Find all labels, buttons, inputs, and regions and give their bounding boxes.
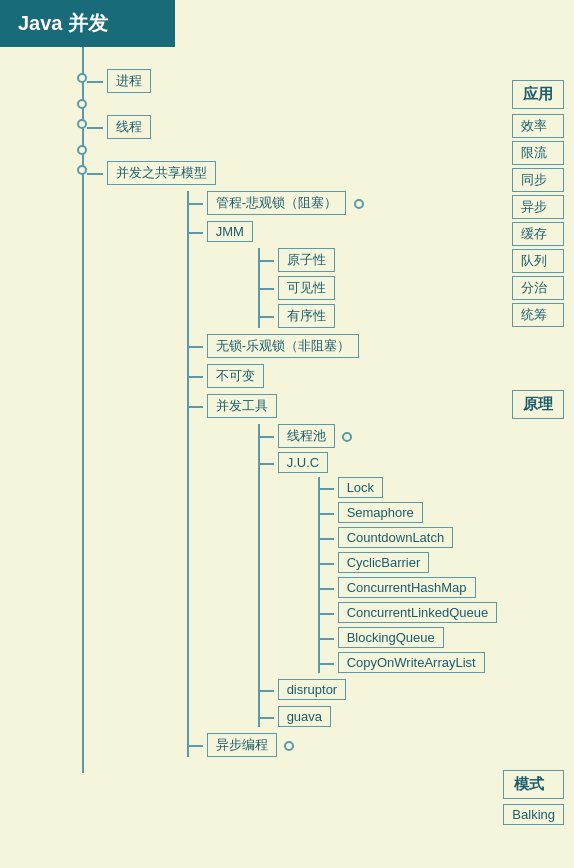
tree-row-xianchengchi: 线程池 [258,424,574,448]
node-wusuo[interactable]: 无锁-乐观锁（非阻塞） [207,334,359,358]
tree-row-clq: ConcurrentLinkedQueue [318,602,574,623]
node-semaphore[interactable]: Semaphore [338,502,423,523]
tree-row-bq: BlockingQueue [318,627,574,648]
node-chm[interactable]: ConcurrentHashMap [338,577,476,598]
node-xianchengchi[interactable]: 线程池 [278,424,335,448]
subtree-gongju: 线程池 J.U.C Lock Semaphore [258,424,574,727]
node-bingfa[interactable]: 并发之共享模型 [107,161,216,185]
tree-row-jmm: JMM [103,221,574,242]
node-countdownlatch[interactable]: CountdownLatch [338,527,454,548]
expand-circle-yibu[interactable] [284,741,294,751]
panel-yingyong: 应用 效率 限流 同步 异步 缓存 队列 分治 统筹 [512,80,564,330]
tree-row-disruptor: disruptor [258,679,574,700]
tree-row-chm: ConcurrentHashMap [318,577,574,598]
node-youxu[interactable]: 有序性 [278,304,335,328]
tree-row-bingfagongju: 并发工具 [103,394,574,418]
panel-moshi: 模式 Balking [503,770,564,828]
tree-row-bukebein: 不可变 [103,364,574,388]
panel-item-huancun[interactable]: 缓存 [512,222,564,246]
node-guava[interactable]: guava [278,706,331,727]
subtree-bingfa: 管程-悲观锁（阻塞） JMM 原子性 可见性 [103,191,574,757]
panel-item-fenzheng[interactable]: 分治 [512,276,564,300]
panel-moshi-title: 模式 [503,770,564,799]
tree-row-yibu: 异步编程 [103,733,574,757]
node-yibu[interactable]: 异步编程 [207,733,277,757]
tree-row-bingfa: 并发之共享模型 [0,161,574,185]
node-xiancheng[interactable]: 线程 [107,115,151,139]
tree-row-lock: Lock [318,477,574,498]
circle-connector-5 [77,165,87,175]
circle-connector-2 [77,99,87,109]
circle-connector-3 [77,119,87,129]
tree-row-guancheng: 管程-悲观锁（阻塞） [103,191,574,215]
tree-row-wusuo: 无锁-乐观锁（非阻塞） [103,334,574,358]
node-disruptor[interactable]: disruptor [278,679,347,700]
node-guancheng[interactable]: 管程-悲观锁（阻塞） [207,191,346,215]
node-bingfagongju[interactable]: 并发工具 [207,394,277,418]
spacer-2 [0,143,574,157]
panel-item-yibu-r[interactable]: 异步 [512,195,564,219]
node-jmm[interactable]: JMM [207,221,253,242]
node-kujian[interactable]: 可见性 [278,276,335,300]
circle-connector [77,73,87,83]
panel-yuanli-title: 原理 [512,390,564,419]
circle-connector-4 [77,145,87,155]
node-juc[interactable]: J.U.C [278,452,329,473]
panel-item-xianliu[interactable]: 限流 [512,141,564,165]
tree-row-juc: J.U.C [258,452,574,473]
panel-yingyong-title: 应用 [512,80,564,109]
node-cyclicbarrier[interactable]: CyclicBarrier [338,552,430,573]
node-yuanzi[interactable]: 原子性 [278,248,335,272]
subtree-juc: Lock Semaphore CountdownLatch CyclicBarr… [318,477,574,673]
node-bukebein[interactable]: 不可变 [207,364,264,388]
expand-circle-guancheng[interactable] [354,199,364,209]
main-content: 进程 线程 并发之共享模型 管程-悲观锁（阻塞） [0,47,574,773]
node-lock[interactable]: Lock [338,477,383,498]
node-bq[interactable]: BlockingQueue [338,627,444,648]
page-title: Java 并发 [0,0,175,47]
node-cowal[interactable]: CopyOnWriteArrayList [338,652,485,673]
panel-item-tongbu[interactable]: 同步 [512,168,564,192]
spacer-1 [0,97,574,111]
panel-item-duilie[interactable]: 队列 [512,249,564,273]
node-jingcheng[interactable]: 进程 [107,69,151,93]
header: Java 并发 [0,0,574,47]
panel-yuanli: 原理 [512,390,564,424]
tree-row-guava: guava [258,706,574,727]
vert-l1 [187,191,189,757]
tree-row-countdownlatch: CountdownLatch [318,527,574,548]
tree-row-semaphore: Semaphore [318,502,574,523]
panel-item-tongtou[interactable]: 统筹 [512,303,564,327]
tree-row-cyclicbarrier: CyclicBarrier [318,552,574,573]
tree-row-jingcheng: 进程 [0,69,574,93]
expand-circle-xianchengchi[interactable] [342,432,352,442]
panel-item-balking[interactable]: Balking [503,804,564,825]
node-clq[interactable]: ConcurrentLinkedQueue [338,602,498,623]
tree-row-cowal: CopyOnWriteArrayList [318,652,574,673]
tree-row-xiancheng: 线程 [0,115,574,139]
panel-item-xiaolv[interactable]: 效率 [512,114,564,138]
